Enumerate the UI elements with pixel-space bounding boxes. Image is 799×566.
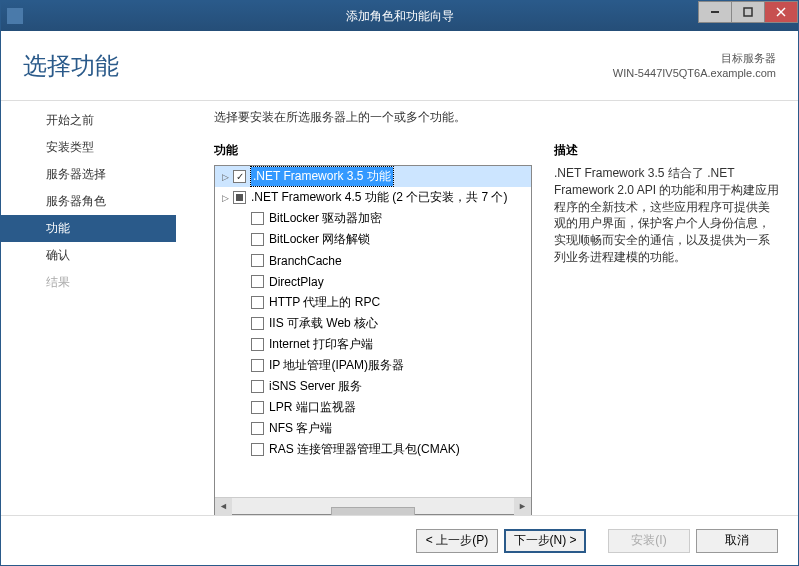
feature-item[interactable]: ▷✓.NET Framework 3.5 功能 [215, 166, 531, 187]
feature-label: BitLocker 网络解锁 [269, 231, 370, 248]
columns: 功能 ▷✓.NET Framework 3.5 功能▷.NET Framewor… [214, 142, 780, 515]
description-column: 描述 .NET Framework 3.5 结合了 .NET Framework… [554, 142, 780, 515]
nav-item[interactable]: 服务器选择 [1, 161, 176, 188]
description-heading: 描述 [554, 142, 780, 159]
scroll-left-arrow-icon[interactable]: ◄ [215, 498, 232, 515]
feature-label: DirectPlay [269, 275, 324, 289]
feature-item[interactable]: BitLocker 网络解锁 [215, 229, 531, 250]
nav-item[interactable]: 开始之前 [1, 107, 176, 134]
feature-label: IP 地址管理(IPAM)服务器 [269, 357, 404, 374]
feature-item[interactable]: LPR 端口监视器 [215, 397, 531, 418]
install-button[interactable]: 安装(I) [608, 529, 690, 553]
feature-item[interactable]: BranchCache [215, 250, 531, 271]
titlebar: 添加角色和功能向导 [1, 1, 798, 31]
nav-item[interactable]: 功能 [1, 215, 176, 242]
page-header: 选择功能 目标服务器 WIN-5447IV5QT6A.example.com [1, 31, 798, 101]
feature-item[interactable]: BitLocker 驱动器加密 [215, 208, 531, 229]
features-column: 功能 ▷✓.NET Framework 3.5 功能▷.NET Framewor… [214, 142, 532, 515]
features-listbox[interactable]: ▷✓.NET Framework 3.5 功能▷.NET Framework 4… [214, 165, 532, 515]
feature-checkbox[interactable] [251, 380, 264, 393]
feature-item[interactable]: IIS 可承载 Web 核心 [215, 313, 531, 334]
feature-label: iSNS Server 服务 [269, 378, 362, 395]
description-text: .NET Framework 3.5 结合了 .NET Framework 2.… [554, 165, 780, 266]
feature-label: IIS 可承载 Web 核心 [269, 315, 378, 332]
app-icon [7, 8, 23, 24]
feature-checkbox[interactable] [251, 275, 264, 288]
main-panel: 选择要安装在所选服务器上的一个或多个功能。 功能 ▷✓.NET Framewor… [176, 101, 798, 515]
feature-label: RAS 连接管理器管理工具包(CMAK) [269, 441, 460, 458]
feature-checkbox[interactable] [251, 296, 264, 309]
features-heading: 功能 [214, 142, 532, 159]
feature-item[interactable]: Internet 打印客户端 [215, 334, 531, 355]
feature-label: BitLocker 驱动器加密 [269, 210, 382, 227]
feature-item[interactable]: NFS 客户端 [215, 418, 531, 439]
feature-checkbox[interactable] [251, 338, 264, 351]
feature-checkbox[interactable]: ✓ [233, 170, 246, 183]
feature-checkbox[interactable] [251, 233, 264, 246]
expand-icon[interactable]: ▷ [219, 172, 231, 182]
nav-item[interactable]: 服务器角色 [1, 188, 176, 215]
feature-checkbox[interactable] [251, 422, 264, 435]
nav-item[interactable]: 安装类型 [1, 134, 176, 161]
feature-label: HTTP 代理上的 RPC [269, 294, 380, 311]
nav-item[interactable]: 确认 [1, 242, 176, 269]
feature-label: .NET Framework 3.5 功能 [251, 167, 393, 186]
expand-icon[interactable]: ▷ [219, 193, 231, 203]
feature-item[interactable]: ▷.NET Framework 4.5 功能 (2 个已安装，共 7 个) [215, 187, 531, 208]
content-area: 选择功能 目标服务器 WIN-5447IV5QT6A.example.com 开… [1, 31, 798, 565]
feature-item[interactable]: RAS 连接管理器管理工具包(CMAK) [215, 439, 531, 460]
wizard-nav: 开始之前安装类型服务器选择服务器角色功能确认结果 [1, 101, 176, 515]
horizontal-scrollbar[interactable]: ◄ ► [215, 497, 531, 514]
nav-item: 结果 [1, 269, 176, 296]
feature-checkbox[interactable] [251, 359, 264, 372]
feature-label: Internet 打印客户端 [269, 336, 373, 353]
target-value: WIN-5447IV5QT6A.example.com [613, 66, 776, 80]
feature-checkbox[interactable] [251, 443, 264, 456]
feature-label: .NET Framework 4.5 功能 (2 个已安装，共 7 个) [251, 189, 507, 206]
close-button[interactable] [764, 1, 798, 23]
wizard-window: 添加角色和功能向导 选择功能 目标服务器 WIN-5447IV5QT6A.exa… [0, 0, 799, 566]
feature-checkbox[interactable] [251, 212, 264, 225]
body: 开始之前安装类型服务器选择服务器角色功能确认结果 选择要安装在所选服务器上的一个… [1, 101, 798, 515]
svg-rect-1 [744, 8, 752, 16]
feature-item[interactable]: HTTP 代理上的 RPC [215, 292, 531, 313]
window-title: 添加角色和功能向导 [346, 8, 454, 25]
prev-button[interactable]: < 上一步(P) [416, 529, 498, 553]
scroll-thumb[interactable] [331, 507, 416, 515]
instruction-text: 选择要安装在所选服务器上的一个或多个功能。 [214, 109, 780, 126]
feature-item[interactable]: iSNS Server 服务 [215, 376, 531, 397]
cancel-button[interactable]: 取消 [696, 529, 778, 553]
wizard-footer: < 上一步(P) 下一步(N) > 安装(I) 取消 [1, 515, 798, 565]
feature-item[interactable]: IP 地址管理(IPAM)服务器 [215, 355, 531, 376]
feature-label: BranchCache [269, 254, 342, 268]
feature-item[interactable]: DirectPlay [215, 271, 531, 292]
target-label: 目标服务器 [613, 51, 776, 65]
feature-checkbox[interactable] [251, 317, 264, 330]
feature-label: LPR 端口监视器 [269, 399, 356, 416]
feature-checkbox[interactable] [233, 191, 246, 204]
features-scroll-area[interactable]: ▷✓.NET Framework 3.5 功能▷.NET Framework 4… [215, 166, 531, 497]
feature-checkbox[interactable] [251, 401, 264, 414]
minimize-button[interactable] [698, 1, 732, 23]
target-server-info: 目标服务器 WIN-5447IV5QT6A.example.com [613, 51, 776, 80]
feature-checkbox[interactable] [251, 254, 264, 267]
feature-label: NFS 客户端 [269, 420, 332, 437]
next-button[interactable]: 下一步(N) > [504, 529, 586, 553]
page-title: 选择功能 [23, 50, 119, 82]
scroll-right-arrow-icon[interactable]: ► [514, 498, 531, 515]
maximize-button[interactable] [731, 1, 765, 23]
